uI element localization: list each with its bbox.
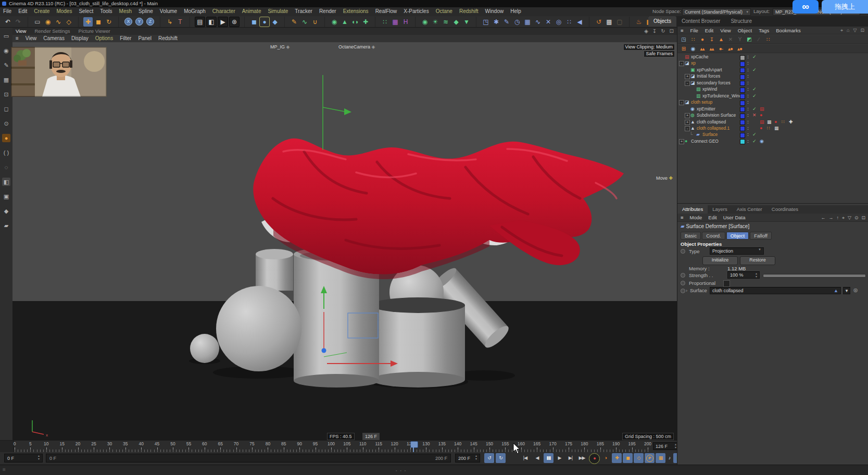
initialize-button[interactable]: Initialize [702, 256, 738, 265]
menu-x-particles[interactable]: X-Particles [404, 7, 429, 16]
layer-color-chip[interactable] [740, 139, 745, 144]
y-axis-lock-icon[interactable]: Y [135, 18, 143, 26]
xp-ring-icon[interactable]: ◎ [554, 17, 563, 27]
surface-link-field[interactable]: ▲cloth collapsed [710, 287, 841, 294]
tag-wc-icon[interactable]: ✚ [789, 119, 793, 125]
enabled-check-icon[interactable]: ✓ [752, 93, 757, 99]
matrix-icon[interactable]: ▦ [391, 17, 400, 27]
om-tool-icon-1[interactable]: ∷ [689, 35, 697, 43]
cube-primitive-icon[interactable]: ◼ [249, 17, 259, 27]
anim-dot-type[interactable] [681, 249, 685, 254]
om-tool-icon-0[interactable]: ⊞ [680, 45, 687, 53]
rect-select-icon[interactable]: ▭ [33, 17, 42, 27]
viewport-menu-filter[interactable]: Filter [120, 35, 131, 42]
forward-icon[interactable]: → [828, 214, 833, 222]
x-axis-lock-icon[interactable]: X [124, 18, 132, 26]
prop-tab-coord[interactable]: Coord. [702, 232, 725, 240]
range-end-field[interactable]: ▴▾200 F [455, 454, 480, 463]
om-menu-tags[interactable]: Tags [759, 27, 769, 34]
layer-color-chip[interactable] [740, 81, 745, 86]
scale-tool-icon[interactable]: ◼ [94, 17, 103, 27]
wind-force-icon[interactable]: ≋ [441, 17, 450, 27]
proportional-checkbox[interactable] [723, 280, 730, 287]
menu-tools[interactable]: Tools [100, 7, 112, 16]
anim-dot-strength[interactable] [681, 273, 685, 278]
visibility-dots-icon[interactable]: : [747, 54, 749, 60]
tag-rs-icon[interactable]: ● [760, 125, 762, 131]
collapse-icon[interactable]: - [679, 100, 684, 105]
sketch-spline-icon[interactable]: ∿ [300, 17, 309, 27]
tag-ck-icon[interactable]: ▦ [767, 119, 772, 125]
object-label[interactable]: cloth collapsed [697, 119, 726, 125]
frame-number-field[interactable]: ▴▾0 F [4, 454, 43, 463]
spinner-arrows-icon[interactable]: ▴▾ [38, 454, 40, 460]
tag-ph-icon[interactable]: ◉ [760, 138, 764, 144]
timeline-ruler[interactable]: 0510152025303540455055606570758085909510… [0, 440, 681, 453]
menu-character[interactable]: Character [212, 7, 235, 16]
visibility-dots-icon[interactable]: : [747, 93, 749, 99]
object-label[interactable]: xp [691, 60, 696, 66]
type-dropdown[interactable]: ▼Projection [710, 247, 764, 255]
collapse-icon[interactable]: - [685, 126, 690, 131]
collapse-icon[interactable]: - [685, 81, 690, 86]
viewport-menu-cameras[interactable]: Cameras [43, 35, 65, 42]
visibility-dots-icon[interactable]: : [747, 125, 749, 131]
object-label[interactable]: xpTurbulence_Wind [702, 93, 741, 99]
tree-row-xpwind[interactable]: ▨xpWind:✓ [677, 86, 868, 92]
render-animation-icon[interactable]: ▶ [218, 17, 228, 27]
workplane-icon[interactable]: ↳ [165, 17, 174, 27]
object-label[interactable]: xpEmitter [697, 106, 715, 112]
menu-volume[interactable]: Volume [160, 7, 177, 16]
attr-menu-user-data[interactable]: User Data [723, 214, 746, 221]
hamburger-icon[interactable]: ≡ [681, 214, 684, 221]
visibility-dots-icon[interactable]: : [747, 131, 749, 138]
tag-rs-icon[interactable]: ● [760, 112, 762, 118]
enabled-check-icon[interactable]: ✓ [752, 67, 757, 73]
layer-color-chip[interactable] [740, 88, 745, 93]
tree-row-xpcache[interactable]: ▤xpCache:✓ [677, 54, 868, 60]
xp-cross-icon[interactable]: ✕ [544, 17, 553, 27]
tag-rs-icon[interactable]: ● [774, 119, 777, 125]
filter-icon[interactable]: ▽ [853, 27, 857, 34]
viewport-tab-view[interactable]: View [16, 28, 26, 34]
om-tool-icon-5[interactable]: ▴● [726, 45, 734, 53]
camera-hud-right[interactable]: OctaneCamera ◈ [338, 44, 375, 49]
om-tool-icon-3[interactable]: ▴▴ [708, 45, 715, 53]
panel-tab-structure[interactable]: Structure [725, 16, 757, 27]
anim-dot-surface[interactable] [681, 289, 685, 293]
z-axis-lock-icon[interactable]: Z [146, 18, 154, 26]
move-tool-icon[interactable]: ✚ [83, 17, 93, 27]
visibility-dots-icon[interactable]: : [747, 99, 749, 105]
big-sphere[interactable] [216, 286, 301, 371]
visibility-dots-icon[interactable]: : [747, 138, 749, 144]
restore-button[interactable]: Restore [740, 256, 775, 265]
key-parameter-button[interactable]: P [645, 453, 655, 463]
node-space-select[interactable]: ▾Current (Standard/Physical) [682, 8, 751, 16]
anim-dot-proportional[interactable] [681, 281, 685, 285]
tree-row-surface[interactable]: └▰Surface:✓ [677, 131, 868, 138]
xp-brush-icon[interactable]: ✎ [502, 17, 511, 27]
lb-pen-icon[interactable]: ✎ [2, 61, 10, 69]
attr-tab-axis-center[interactable]: Axis Center [732, 205, 767, 214]
menu-extensions[interactable]: Extensions [343, 7, 369, 16]
layer-color-chip[interactable] [740, 120, 745, 125]
menu-file[interactable]: File [3, 7, 11, 16]
xp-trail-icon[interactable]: ∿ [533, 17, 543, 27]
lb-band-icon[interactable]: ▰ [2, 221, 10, 230]
tree-row-secondary-forces[interactable]: -◪secondary forces: [677, 80, 868, 86]
tag-od-icon[interactable]: ∷ [767, 125, 770, 131]
lb-diamond-icon[interactable]: ◆ [2, 207, 10, 215]
tag-rl-icon[interactable]: ▤ [760, 119, 764, 125]
search-icon[interactable]: ⌖ [840, 27, 843, 34]
layer-color-chip[interactable] [740, 107, 745, 112]
render-settings-icon[interactable]: ⊛ [229, 17, 240, 27]
checker-icon[interactable]: ▩ [605, 17, 614, 27]
prev-frame-button[interactable]: ◀ [532, 453, 542, 463]
object-label[interactable]: Connect GEO [691, 138, 719, 144]
cloner-icon[interactable]: ∷ [380, 17, 389, 27]
lb-rect-icon[interactable]: ▭ [2, 32, 10, 40]
low-cylinder[interactable] [371, 297, 465, 388]
visibility-dots-icon[interactable]: : [747, 80, 749, 86]
lb-half-icon[interactable]: ◧ [2, 178, 10, 186]
menu-redshift[interactable]: Redshift [459, 7, 479, 16]
